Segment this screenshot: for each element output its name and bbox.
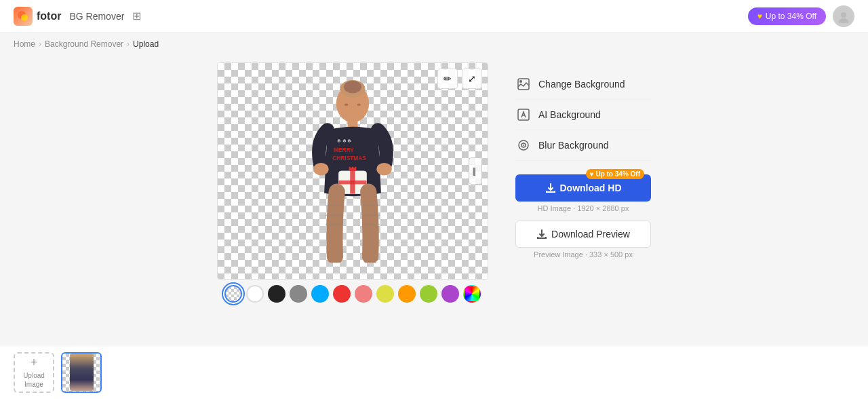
svg-point-7 — [344, 103, 349, 106]
svg-point-1 — [21, 14, 28, 21]
breadcrumb-home[interactable]: Home — [14, 39, 35, 49]
svg-point-8 — [357, 103, 361, 106]
download-hd-button[interactable]: ♥ Up to 34% Off Download HD — [515, 174, 651, 202]
svg-point-13 — [313, 163, 328, 176]
plus-icon: + — [31, 356, 38, 370]
header-left: fotor BG Remover ⊞ — [14, 7, 141, 26]
blur-background-option[interactable]: Blur Background — [515, 130, 651, 161]
blur-background-label: Blur Background — [538, 140, 609, 151]
swatch-black[interactable] — [268, 285, 285, 303]
breadcrumb-current: Upload — [133, 39, 159, 49]
breadcrumb-sep1: › — [39, 39, 41, 49]
canvas-area: MERRY CHRISTMAS ❄ ❄ ❄ — [217, 62, 488, 303]
edit-tool-button[interactable]: ✏ — [437, 69, 458, 89]
header-right: ♥ Up to 34% Off — [748, 5, 854, 27]
svg-point-14 — [376, 163, 391, 176]
logo[interactable]: fotor — [14, 7, 61, 26]
canvas-figure: MERRY CHRISTMAS ❄ ❄ ❄ — [218, 63, 488, 279]
avatar[interactable] — [833, 5, 854, 27]
swatch-transparent[interactable] — [224, 285, 242, 303]
swatch-yellow[interactable] — [376, 285, 394, 303]
svg-text:MERRY: MERRY — [334, 147, 354, 153]
main-content: MERRY CHRISTMAS ❄ ❄ ❄ — [0, 56, 868, 309]
ai-background-label: AI Background — [538, 109, 601, 120]
swatch-blue[interactable] — [311, 285, 329, 303]
discount-badge: ♥ Up to 34% Off — [586, 169, 644, 179]
svg-point-6 — [344, 81, 361, 94]
app-header: fotor BG Remover ⊞ ♥ Up to 34% Off — [0, 0, 868, 33]
image-thumbnail[interactable] — [61, 352, 102, 393]
canvas-side-handle[interactable]: ▌ — [469, 157, 482, 185]
thumb-figure — [70, 354, 94, 391]
breadcrumb-bg-remover[interactable]: Background Remover — [45, 39, 123, 49]
download-preview-button[interactable]: Download Preview — [515, 221, 651, 248]
swatch-purple[interactable] — [441, 285, 459, 303]
swatch-red[interactable] — [333, 285, 351, 303]
expand-tool-button[interactable]: ⤢ — [462, 69, 482, 89]
color-swatches — [224, 285, 481, 303]
grid-menu-icon[interactable]: ⊞ — [132, 10, 141, 22]
ai-background-option[interactable]: AI Background — [515, 100, 651, 130]
upgrade-button[interactable]: ♥ Up to 34% Off — [748, 7, 826, 25]
canvas-container: MERRY CHRISTMAS ❄ ❄ ❄ — [217, 62, 488, 280]
change-background-icon — [515, 76, 532, 92]
logo-icon — [14, 7, 33, 26]
download-hd-wrapper: ♥ Up to 34% Off Download HD — [515, 174, 651, 202]
svg-point-3 — [839, 18, 848, 23]
diamond-icon: ♥ — [757, 12, 762, 21]
swatch-pink[interactable] — [355, 285, 372, 303]
svg-point-29 — [523, 145, 524, 146]
svg-text:CHRISTMAS: CHRISTMAS — [332, 155, 366, 162]
swatch-white[interactable] — [246, 285, 264, 303]
blur-background-icon — [515, 137, 532, 153]
ai-background-icon — [515, 107, 532, 123]
change-background-option[interactable]: Change Background — [515, 69, 651, 100]
svg-point-2 — [841, 12, 846, 18]
swatch-gray[interactable] — [290, 285, 307, 303]
logo-text: fotor — [37, 10, 61, 22]
swatch-orange[interactable] — [398, 285, 416, 303]
bottom-bar: + UploadImage — [0, 345, 868, 399]
change-background-label: Change Background — [538, 79, 625, 90]
right-panel: Change Background AI Background Blur Bac… — [515, 62, 651, 259]
breadcrumb-sep2: › — [127, 39, 130, 49]
swatch-lime[interactable] — [420, 285, 437, 303]
upload-new-button[interactable]: + UploadImage — [14, 352, 54, 393]
person-image: MERRY CHRISTMAS ❄ ❄ ❄ — [298, 79, 407, 263]
breadcrumb: Home › Background Remover › Upload — [0, 33, 868, 56]
svg-rect-17 — [339, 180, 367, 185]
svg-text:❄ ❄ ❄: ❄ ❄ ❄ — [337, 138, 352, 143]
canvas-toolbar: ✏ ⤢ — [437, 69, 482, 89]
swatch-rainbow[interactable] — [463, 285, 481, 303]
tool-name: BG Remover — [69, 11, 124, 22]
svg-point-25 — [519, 80, 522, 83]
upload-label: UploadImage — [23, 371, 45, 389]
hd-info: HD Image · 1920 × 2880 px — [515, 204, 651, 212]
preview-info: Preview Image · 333 × 500 px — [515, 250, 651, 259]
